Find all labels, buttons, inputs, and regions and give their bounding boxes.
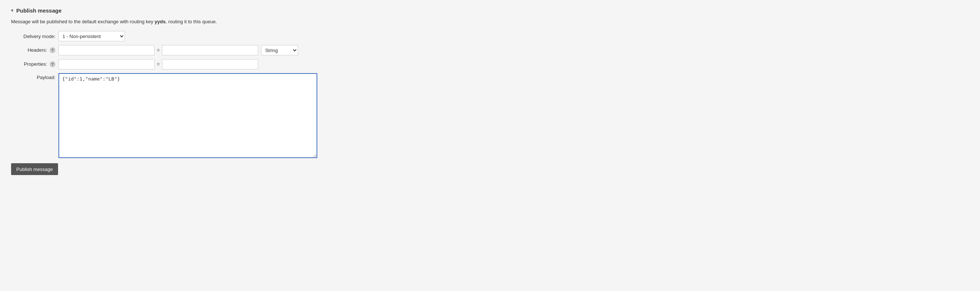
page-wrapper: ▾ Publish message Message will be publis… [0,0,980,291]
publish-message-button[interactable]: Publish message [11,163,58,175]
delivery-mode-label: Delivery mode: [11,33,56,39]
routing-key: yyds [154,19,165,24]
headers-value-input[interactable] [162,45,258,55]
properties-help-icon[interactable]: ? [49,61,56,67]
delivery-mode-select[interactable]: 1 - Non-persistent 2 - Persistent [59,31,125,41]
section-title: Publish message [16,7,62,14]
collapse-arrow-icon[interactable]: ▾ [11,8,13,13]
delivery-mode-row: Delivery mode: 1 - Non-persistent 2 - Pe… [11,31,969,41]
section-header: ▾ Publish message [11,7,969,14]
properties-value-input[interactable] [162,59,258,70]
headers-label: Headers: ? [11,47,56,54]
headers-help-icon[interactable]: ? [49,47,56,53]
headers-key-input[interactable] [59,45,154,55]
publish-button-row: Publish message [11,163,969,175]
description-suffix: , routing it to this queue. [165,19,217,24]
description-text: Message will be published to the default… [11,19,969,24]
headers-type-select[interactable]: String Boolean Number List Object [261,45,298,55]
payload-row: Payload: {"id":1,"name":"LB"} [11,73,969,158]
payload-label: Payload: [11,73,56,80]
properties-equals: = [157,61,160,67]
properties-row: Properties: ? = [11,59,969,70]
headers-equals: = [157,47,160,53]
headers-row: Headers: ? = String Boolean Number List … [11,45,969,55]
payload-textarea[interactable]: {"id":1,"name":"LB"} [59,73,317,158]
properties-label: Properties: ? [11,61,56,68]
description-prefix: Message will be published to the default… [11,19,154,24]
properties-key-input[interactable] [59,59,154,70]
